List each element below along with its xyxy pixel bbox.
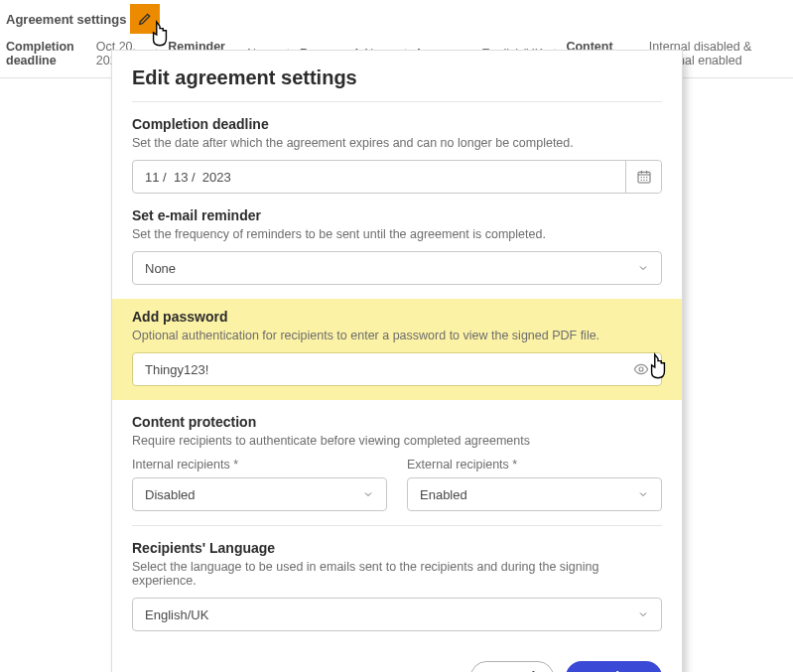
svg-point-10 (639, 367, 643, 371)
content-protection-section: Content protection Require recipients to… (132, 414, 662, 511)
cancel-button[interactable]: Cancel (470, 661, 554, 672)
chevron-down-icon (362, 488, 374, 500)
section-description: Require recipients to authenticate befor… (132, 434, 662, 448)
show-password-icon[interactable] (633, 361, 649, 377)
section-description: Select the language to be used in emails… (132, 560, 662, 588)
section-description: Set the date after which the agreement e… (132, 136, 662, 150)
deadline-date-input[interactable] (133, 170, 625, 185)
language-select[interactable]: English/UK (132, 598, 662, 631)
internal-recipients-select[interactable]: Disabled (132, 477, 387, 511)
page-title: Agreement settings (6, 12, 126, 27)
modal-title: Edit agreement settings (132, 67, 662, 102)
edit-agreement-settings-modal: Edit agreement settings Completion deadl… (111, 50, 683, 672)
reminder-frequency-select[interactable]: None (132, 251, 662, 285)
password-input[interactable] (145, 362, 633, 377)
completion-deadline-section: Completion deadline Set the date after w… (132, 116, 662, 194)
internal-recipients-label: Internal recipients * (132, 458, 387, 471)
reminder-value: None (145, 261, 176, 276)
external-value: Enabled (420, 487, 467, 502)
section-title: Content protection (132, 414, 662, 430)
section-description: Set the frequency of reminders to be sen… (132, 227, 662, 241)
section-title: Completion deadline (132, 116, 662, 132)
section-title: Recipients' Language (132, 540, 662, 556)
internal-value: Disabled (145, 487, 196, 502)
continue-button[interactable]: Continue (566, 661, 662, 672)
section-description: Optional authentication for recipients t… (132, 329, 662, 342)
recipients-language-section: Recipients' Language Select the language… (132, 540, 662, 631)
external-recipients-label: External recipients * (407, 458, 662, 471)
section-title: Set e-mail reminder (132, 207, 662, 223)
section-title: Add password (132, 309, 662, 325)
summary-deadline-label: Completion deadline (6, 40, 90, 67)
reminder-section: Set e-mail reminder Set the frequency of… (132, 207, 662, 285)
calendar-button[interactable] (625, 161, 661, 193)
chevron-down-icon (637, 262, 649, 274)
chevron-down-icon (637, 608, 649, 620)
external-recipients-select[interactable]: Enabled (407, 477, 662, 511)
edit-settings-button[interactable] (130, 4, 160, 34)
add-password-section: Add password Optional authentication for… (112, 299, 682, 400)
chevron-down-icon (637, 488, 649, 500)
language-value: English/UK (145, 607, 208, 622)
divider (132, 525, 662, 526)
